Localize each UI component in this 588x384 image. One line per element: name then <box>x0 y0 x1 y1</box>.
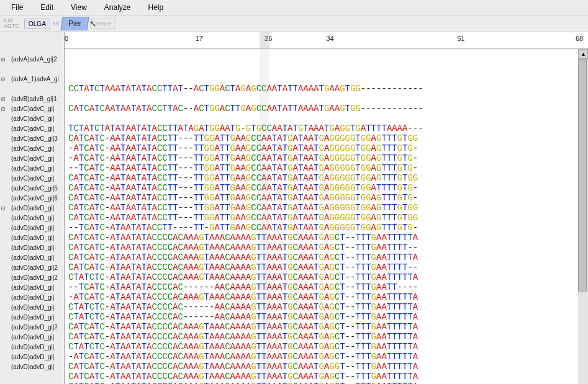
sequence-row[interactable]: CATCATC-AATAATATACCTT---TTGGATTGAAGCCAAT… <box>65 193 588 203</box>
sequence-row[interactable]: CATCATCAATAATATACCTTAC--ACTGGACTTGAGCCAA… <box>65 104 588 114</box>
sequence-row[interactable]: CATCATC-AATAATATACCTT---TTGGATTGAAGCCAAT… <box>65 133 588 143</box>
ruler-tick: 34 <box>327 35 334 42</box>
expand-icon[interactable]: ⊞ <box>1 96 11 102</box>
sequence-name-row[interactable]: (advC)advC_gi| <box>0 123 64 133</box>
sequence-row[interactable]: CATCATC-ATAATATACCCCACAAAGTAAACAAAAGTTAA… <box>65 332 588 342</box>
sequence-row[interactable]: CATCATC-ATAATATACCCCACAAAGTAAACAAAAGTTAA… <box>65 243 588 252</box>
collapse-icon[interactable]: ⊟ <box>1 205 11 212</box>
sequence-name-row[interactable]: (advD)advD_gi|2 <box>0 322 64 332</box>
menu-item-view[interactable]: View <box>62 1 96 14</box>
sequence-name-row[interactable]: (advD)advD_gi| <box>0 342 64 352</box>
sequence-name-row[interactable]: (advC)advC_gi| <box>0 173 64 183</box>
sequence-name-label: (advD)advD_gi| <box>11 225 54 231</box>
sequence-row[interactable]: CATCATC-ATAATATACCCCACAAAGTAAACAAAAGTTAA… <box>65 322 588 332</box>
sequence-name-row[interactable]: (advD)advD_gi| <box>0 302 64 312</box>
tool-pier-button[interactable]: Pier <box>60 17 89 30</box>
ruler-row: 01726345168 <box>0 32 588 49</box>
sequence-name-row[interactable]: ⊟(advD)advD_gi| <box>0 203 64 213</box>
position-ruler[interactable]: 01726345168 <box>65 32 588 49</box>
sequence-name-row[interactable]: (advD)advD_gi| <box>0 252 64 262</box>
expand-icon[interactable]: ⊞ <box>1 56 11 63</box>
ruler-tick: 68 <box>576 35 583 42</box>
blank-row <box>0 84 64 94</box>
sequence-name-label: (advC)advC_gi| <box>11 115 54 122</box>
sequence-name-label: (advD)advD_gi|2 <box>11 324 58 331</box>
sequence-name-row[interactable]: (advD)advD_gi| <box>0 213 64 223</box>
vscroll-thumb[interactable] <box>578 59 587 292</box>
sequence-row[interactable]: CTATCTC-ATAATATACCCCAC------AACAAAAGTTAA… <box>65 312 588 322</box>
sequence-name-row[interactable]: (advD)advD_gi| <box>0 362 64 372</box>
sequence-name-label: (advD)advD_gi| <box>11 205 54 212</box>
sequence-row[interactable]: --TCATC-ATAATATACCTT----TT-GATTGAAGCCAAT… <box>65 223 588 233</box>
sequence-row[interactable]: CATCATC-AATAATATACCTT---TTGGATTGAAGCCAAT… <box>65 203 588 213</box>
expand-icon[interactable]: ⊞ <box>1 76 11 83</box>
sequence-row[interactable]: TCTATCTATATAATATACCTTATAGATGGAATG-GTGCCA… <box>65 123 588 133</box>
vertical-scrollbar[interactable]: ▴ ▾ <box>578 49 588 384</box>
sequence-name-row[interactable]: (advD)advD_gi| <box>0 312 64 322</box>
sequence-name-row[interactable]: (advD)advD_gi| <box>0 352 64 362</box>
sequence-name-label: (advC)advC_gi|6 <box>11 195 58 202</box>
sequence-name-label: (advD)advD_gi| <box>11 254 54 261</box>
ruler-left-gutter <box>0 32 65 49</box>
sequence-row[interactable]: -ATCATC-ATAATATACCCCACAAAGTAAACAAAAGTTAA… <box>65 292 588 302</box>
sequence-name-row[interactable]: (advC)advC_gi|6 <box>0 193 64 203</box>
sequence-name-row[interactable]: ⊞(advA)advA_gi|2 <box>0 54 64 64</box>
menubar: FileEditViewAnalyzeHelp <box>0 0 588 16</box>
sequence-row[interactable]: CATCATC-ATAATATACCCCACAAAGTAAACAAAAGTTAA… <box>65 372 588 382</box>
sequence-name-label: (advD)advD_gi| <box>11 364 54 370</box>
sequence-row[interactable]: -ATCATC-AATAATATACCTT---TTGGATTGAAGCCAAT… <box>65 153 588 163</box>
sequence-name-label: (advD)advD_gi| <box>11 354 54 360</box>
sequence-row[interactable]: CATCATC-ATAATATACCCCACAAAGTAAACAAAAGTTAA… <box>65 252 588 262</box>
sequence-name-label: (advA)advA_gi|2 <box>11 56 57 63</box>
label-agtc: AGTC <box>4 24 19 29</box>
sequence-row[interactable]: CTATCTC-ATAATATACCCCACAAAGTAAACAAAAGTTAA… <box>65 342 588 352</box>
sequence-name-row[interactable]: (advC)advC_gi|3 <box>0 133 64 143</box>
sequence-name-row[interactable]: (advD)advD_gi|2 <box>0 272 64 282</box>
sequence-name-row[interactable]: (advD)advD_gi| <box>0 233 64 243</box>
sequence-name-row[interactable]: (advC)advC_gi|5 <box>0 183 64 193</box>
scroll-up-icon[interactable]: ▴ <box>578 49 588 59</box>
sequence-row[interactable]: CATCATC-AATAATATACCTT---TTGGATTGAAGCCAAT… <box>65 173 588 183</box>
sequence-name-row[interactable]: (advC)advC_gi| <box>0 114 64 123</box>
sequence-row[interactable]: CATCATC-ATAATATACCCCACAAAGTAAACAAAAGTTAA… <box>65 262 588 272</box>
sequence-row[interactable]: CATCATC-ATAATATACCCCACAAAGTAAACAAAAGTTAA… <box>65 362 588 372</box>
sequence-row[interactable]: CTATCTC-ATAATATACCCCACAAAGTAAACAAAAGTTAA… <box>65 272 588 282</box>
sequence-name-row[interactable]: (advD)advD_gi| <box>0 223 64 233</box>
sequence-row[interactable]: --TCATC-ATAATATACCCCAC------AACAAAAGTTAA… <box>65 282 588 292</box>
sequence-names-column[interactable]: ⊞(advA)advA_gi|2⊞(advA_1)advA_gi⊞(advB)a… <box>0 49 65 384</box>
sequence-name-row[interactable]: (advC)advC_gi| <box>0 143 64 153</box>
sequence-name-row[interactable]: (advC)advC_gi| <box>0 163 64 173</box>
sequence-row[interactable]: CATCATC-AATAATATACCTT---TTGGATTGAAGCCAAT… <box>65 213 588 223</box>
sequence-name-row[interactable]: (advD)advD_gi| <box>0 332 64 342</box>
sequence-row[interactable]: CATCATC-ATAATATACCCCACAAAGTAAACAAAAGTTAA… <box>65 233 588 243</box>
tool-seq-button[interactable]: Seque <box>90 19 116 29</box>
sequence-name-row[interactable]: ⊞(advA_1)advA_gi <box>0 74 64 84</box>
collapse-icon[interactable]: ⊟ <box>1 105 11 112</box>
menu-item-help[interactable]: Help <box>140 1 173 14</box>
sequence-name-row[interactable]: ⊞(advB)advB_gi|1 <box>0 94 64 104</box>
sequence-name-row[interactable]: ⊟(advC)advC_gi| <box>0 104 64 114</box>
sequence-name-row[interactable]: (advD)advD_gi|2 <box>0 262 64 272</box>
sequence-name-label: (advD)advD_gi| <box>11 215 54 221</box>
sequence-name-row[interactable]: (advD)advD_gi| <box>0 282 64 292</box>
sequence-row[interactable]: -ATCATC-AATAATATACCTT---TTGGATTGAAGCCAAT… <box>65 143 588 153</box>
sequence-row[interactable]: CATCATC-ATAATATACCCCACAAAGTAAACAAAAGTTAA… <box>65 382 588 384</box>
sequence-row[interactable]: -ATCATC-ATAATATACCCCACAAAGTAAACAAAAGTTAA… <box>65 352 588 362</box>
vscroll-track[interactable] <box>578 59 588 384</box>
sequence-name-row[interactable]: (advD)advD_gi| <box>0 292 64 302</box>
alignment-wrap: ⊞(advA)advA_gi|2⊞(advA_1)advA_gi⊞(advB)a… <box>0 49 588 384</box>
sequence-row[interactable]: CCTATCTAAATATATACCTTAT--ACTGGACTAGAGCCAA… <box>65 84 588 94</box>
sequence-name-row[interactable]: (advD)advD_gi| <box>0 243 64 252</box>
sequence-name-label: (advD)advD_gi| <box>11 284 54 291</box>
sequence-row[interactable]: CTATCTC-ATAATATACCCCAC------AACAAAAGTTAA… <box>65 302 588 312</box>
sequence-name-row[interactable]: (advC)advC_gi| <box>0 153 64 163</box>
menu-item-analyze[interactable]: Analyze <box>96 1 140 14</box>
sequence-row[interactable]: --TCATC-AATAATATACCTT---TTGGATTGAAGCCAAT… <box>65 163 588 173</box>
menu-item-edit[interactable]: Edit <box>32 1 62 14</box>
sequence-row[interactable]: CATCATC-AATAATATACCTT---TTGGATTGAAGCCAAT… <box>65 183 588 193</box>
ruler-tick: 26 <box>265 35 272 42</box>
sequence-alignment-area[interactable]: CCTATCTAAATATATACCTTAT--ACTGGACTAGAGCCAA… <box>65 49 588 384</box>
toolbar: IUB AGTC OLGA 58 Pier Seque <box>0 16 588 32</box>
menu-item-file[interactable]: File <box>2 1 32 14</box>
tool-olga-button[interactable]: OLGA <box>24 19 50 29</box>
